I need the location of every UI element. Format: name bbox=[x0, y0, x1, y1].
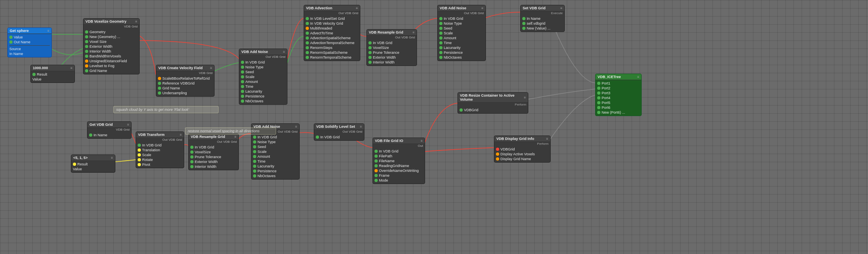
dot bbox=[374, 150, 378, 153]
dot bbox=[306, 46, 309, 49]
dot bbox=[316, 135, 319, 139]
dot bbox=[241, 95, 244, 98]
dot bbox=[253, 135, 256, 139]
port-source-in: Source bbox=[9, 47, 50, 51]
dot bbox=[85, 59, 88, 63]
dot bbox=[496, 157, 499, 161]
node-get-sphere: Get sphere ≡ Value Out Name Source In Na… bbox=[7, 28, 52, 57]
dot bbox=[306, 22, 309, 25]
dot bbox=[241, 90, 244, 93]
dot bbox=[439, 32, 443, 35]
node-vdb-ice-tree: VDB_ICETree ≡ Port1 Port2 Port3 Port4 Po… bbox=[595, 74, 642, 116]
dot bbox=[190, 155, 194, 159]
node-get-sphere-title: Get sphere bbox=[10, 29, 29, 33]
node-vdb-voxelize-header: VDB Voxelize Geometry ≡ bbox=[83, 19, 139, 25]
node-vdb-resample-1: VDB Resample Grid ≡ Out VDB Grid In VDB … bbox=[366, 29, 417, 66]
dot bbox=[241, 80, 244, 83]
dot bbox=[368, 56, 372, 59]
comment-squash: squash cloud by Y axis to get more 'Flat… bbox=[113, 106, 219, 113]
dot bbox=[522, 22, 525, 25]
dot bbox=[522, 17, 525, 20]
dot bbox=[85, 30, 88, 34]
dot bbox=[138, 163, 141, 166]
dot bbox=[597, 96, 600, 99]
node-vec-value: <5, 1, 5> ≡ Result Value bbox=[71, 155, 115, 173]
dot bbox=[253, 155, 256, 158]
dot bbox=[85, 55, 88, 58]
node-vdb-resample-2: VDB Resample Grid ≡ Out VDB Grid In VDB … bbox=[188, 133, 239, 170]
node-vdb-voxelize-label: VDB Grid bbox=[83, 25, 139, 29]
dot bbox=[253, 165, 256, 168]
dot bbox=[368, 51, 372, 54]
dot bbox=[253, 160, 256, 163]
dot bbox=[158, 82, 161, 85]
dot bbox=[253, 169, 256, 173]
port-result-out: Result bbox=[32, 72, 73, 77]
dot bbox=[374, 179, 378, 182]
node-value-1000-header: 1000.000 ≡ bbox=[31, 65, 74, 71]
dot bbox=[85, 69, 88, 72]
dot bbox=[439, 36, 443, 40]
dot bbox=[253, 150, 256, 153]
dot bbox=[73, 163, 76, 166]
dot-result bbox=[32, 73, 36, 76]
dot bbox=[522, 27, 525, 30]
dot bbox=[85, 35, 88, 38]
node-vdb-add-noise-1: VDB Add Noise ≡ Out VDB Grid In VDB Grid… bbox=[239, 49, 287, 105]
node-value-1000-title: 1000.000 bbox=[33, 66, 48, 70]
dot bbox=[439, 22, 443, 25]
dot bbox=[158, 77, 161, 80]
dot bbox=[138, 158, 141, 161]
dot bbox=[85, 45, 88, 48]
dot bbox=[241, 66, 244, 69]
dot bbox=[439, 51, 443, 54]
node-get-sphere-header: Get sphere ≡ bbox=[8, 28, 51, 34]
port-out-name: Out Name bbox=[9, 40, 50, 44]
dot bbox=[253, 140, 256, 144]
dot bbox=[374, 174, 378, 177]
dot bbox=[138, 148, 141, 152]
dot bbox=[306, 41, 309, 44]
dot bbox=[85, 50, 88, 53]
dot bbox=[306, 36, 309, 40]
node-vdb-transform: VDB Transform ≡ Out VDB Grid In VDB Grid… bbox=[136, 131, 184, 168]
port-in-name: In Name bbox=[9, 51, 50, 56]
dot bbox=[158, 91, 161, 95]
node-get-sphere-body: Value Out Name Source In Name bbox=[8, 34, 51, 57]
dot bbox=[374, 164, 378, 167]
dot bbox=[190, 146, 194, 149]
dot bbox=[368, 61, 372, 64]
dot-out-name bbox=[9, 40, 13, 44]
dot bbox=[190, 165, 194, 168]
dot bbox=[241, 85, 244, 88]
dot bbox=[190, 150, 194, 154]
dot bbox=[597, 101, 600, 104]
dot bbox=[306, 17, 309, 20]
dot bbox=[306, 32, 309, 35]
node-get-sphere-menu[interactable]: ≡ bbox=[47, 29, 49, 33]
dot bbox=[439, 27, 443, 30]
dot bbox=[253, 174, 256, 178]
dot bbox=[241, 70, 244, 74]
node-get-vdb-grid: Get VDB Grid ≡ VDB Grid In Name bbox=[87, 121, 132, 139]
node-vdb-create-velocity-header: VDB Create Velocity Field ≡ bbox=[156, 65, 214, 71]
node-value-1000-menu[interactable]: ≡ bbox=[70, 66, 72, 70]
dot bbox=[496, 152, 499, 156]
dot bbox=[138, 144, 141, 147]
port-value-in: Value bbox=[32, 77, 73, 82]
dot bbox=[597, 82, 600, 85]
dot bbox=[439, 41, 443, 44]
dot bbox=[138, 153, 141, 157]
dot bbox=[496, 148, 499, 151]
dot bbox=[306, 27, 309, 30]
dot bbox=[439, 17, 443, 20]
node-vdb-voxelize-body: Geometry New (Geometry) ... Voxel Size E… bbox=[83, 29, 139, 74]
dot bbox=[306, 56, 309, 59]
node-vdb-voxelize-title: VDB Voxelize Geometry bbox=[85, 19, 126, 23]
dot bbox=[597, 87, 600, 90]
dot bbox=[85, 40, 88, 43]
node-vdb-file-grid: VDB File Grid IO ≡ Out In VDB Grid FileP… bbox=[372, 138, 425, 184]
dot bbox=[439, 56, 443, 59]
dot bbox=[597, 111, 600, 114]
dot bbox=[368, 46, 372, 49]
